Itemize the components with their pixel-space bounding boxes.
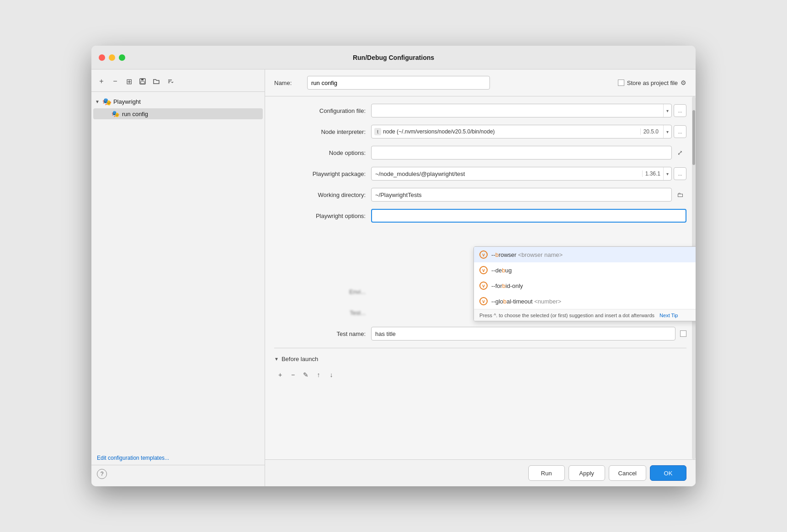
config-name-input[interactable] xyxy=(307,76,490,90)
config-file-dropdown-arrow[interactable]: ▾ xyxy=(663,104,671,117)
node-options-label: Node options: xyxy=(274,149,366,156)
node-version: 20.5.0 xyxy=(640,128,661,135)
playwright-group-label: Playwright xyxy=(113,98,141,105)
ac-match-browser: b xyxy=(495,251,499,258)
launch-add-button[interactable]: + xyxy=(274,369,286,381)
autocomplete-item-global[interactable]: v --global-timeout <number> timeout for … xyxy=(474,293,696,309)
playwright-package-input[interactable]: 1.36.1 ▾ xyxy=(371,167,672,181)
before-launch-title: Before launch xyxy=(282,356,318,362)
test-name-field xyxy=(371,327,686,340)
working-directory-row: Working directory: 🗀 xyxy=(274,188,686,202)
node-badge: t xyxy=(374,128,381,135)
node-options-input-wrap[interactable] xyxy=(371,146,672,160)
launch-edit-button[interactable]: ✎ xyxy=(300,369,312,381)
playwright-options-label: Playwright options: xyxy=(274,213,366,219)
node-options-field: ⤢ xyxy=(371,146,686,160)
minimize-button[interactable] xyxy=(109,54,115,61)
svg-rect-2 xyxy=(141,81,144,84)
playwright-icon: 🎭 xyxy=(102,97,112,106)
launch-up-button[interactable]: ↑ xyxy=(313,369,324,381)
run-config-label: run config xyxy=(122,111,148,117)
sort-button[interactable] xyxy=(164,75,176,88)
test-name-label: Test name: xyxy=(274,330,366,337)
ac-text-global: --global-timeout <number> xyxy=(491,298,696,305)
working-directory-input-wrap[interactable] xyxy=(371,188,672,202)
close-button[interactable] xyxy=(99,54,105,61)
test-name-checkbox[interactable] xyxy=(680,330,686,337)
working-directory-folder-icon[interactable]: 🗀 xyxy=(674,188,686,201)
sidebar-tree: ▼ 🎭 Playwright 🎭 run config xyxy=(91,92,265,451)
open-folder-button[interactable] xyxy=(150,75,163,88)
playwright-options-input[interactable]: b xyxy=(372,210,686,222)
playwright-package-dropdown-arrow[interactable]: ▾ xyxy=(663,167,671,180)
save-config-button[interactable] xyxy=(136,75,149,88)
copy-config-button[interactable]: ⊞ xyxy=(122,75,135,88)
config-file-label: Configuration file: xyxy=(274,107,366,114)
sidebar: + − ⊞ xyxy=(91,69,265,486)
test-section-label: Test... xyxy=(274,309,366,316)
launch-remove-button[interactable]: − xyxy=(287,369,299,381)
test-name-input[interactable] xyxy=(372,327,675,340)
name-label: Name: xyxy=(274,80,302,86)
store-as-project-label: Store as project file xyxy=(627,80,678,86)
help-icon[interactable]: ? xyxy=(97,469,107,479)
node-interpreter-path: node (~/.nvm/versions/node/v20.5.0/bin/n… xyxy=(383,128,638,135)
playwright-options-input-wrap[interactable]: b xyxy=(371,209,686,223)
ac-icon-forbid: v xyxy=(479,282,488,290)
node-interpreter-row: Node interpreter: t node (~/.nvm/version… xyxy=(274,125,686,138)
playwright-package-label: Playwright package: xyxy=(274,170,366,177)
store-as-project-checkbox[interactable] xyxy=(618,80,624,86)
ac-match-global: b xyxy=(503,298,506,305)
remove-config-button[interactable]: − xyxy=(109,75,122,88)
ac-icon-global: v xyxy=(479,297,488,305)
before-launch-toggle[interactable]: ▼ xyxy=(274,356,279,362)
svg-rect-1 xyxy=(141,79,144,80)
ac-text-forbid: --forbid-only xyxy=(491,282,696,289)
config-body: Configuration file: ▾ ... Node interpret… xyxy=(265,96,696,459)
add-config-button[interactable]: + xyxy=(95,75,108,88)
test-name-row: Test name: xyxy=(274,327,686,340)
node-interpreter-input[interactable]: t node (~/.nvm/versions/node/v20.5.0/bin… xyxy=(371,125,672,138)
next-tip-link[interactable]: Next Tip xyxy=(659,313,678,318)
run-button[interactable]: Run xyxy=(528,465,565,481)
config-file-browse-button[interactable]: ... xyxy=(674,104,686,117)
title-bar: Run/Debug Configurations xyxy=(91,46,696,69)
run-config-tree-item[interactable]: 🎭 run config xyxy=(93,108,263,119)
node-options-input[interactable] xyxy=(372,146,671,159)
launch-down-button[interactable]: ↓ xyxy=(325,369,337,381)
node-interpreter-dropdown-arrow[interactable]: ▾ xyxy=(663,125,671,138)
before-launch-section: ▼ Before launch + − ✎ ↑ ↓ xyxy=(274,348,686,383)
autocomplete-item-forbid[interactable]: v --forbid-only disallow test.only xyxy=(474,278,696,293)
autocomplete-item-debug[interactable]: v --debug run tests with playwright insp… xyxy=(474,262,696,278)
playwright-options-row: Playwright options: b xyxy=(274,209,686,223)
test-name-input-wrap[interactable] xyxy=(371,327,675,340)
apply-button[interactable]: Apply xyxy=(569,465,605,481)
autocomplete-item-browser[interactable]: v --browser <browser name> run tests in … xyxy=(474,247,696,262)
config-file-input[interactable]: ▾ xyxy=(371,104,672,117)
autocomplete-footer-text: Press ^. to choose the selected (or firs… xyxy=(479,313,654,318)
node-options-expand-icon[interactable]: ⤢ xyxy=(674,146,686,159)
ac-text-debug: --debug xyxy=(491,267,696,274)
store-project-area: Store as project file ⚙ xyxy=(618,79,686,86)
env-label: Envi... xyxy=(274,288,366,295)
config-file-field: ▾ ... xyxy=(371,104,686,117)
working-directory-input[interactable] xyxy=(372,188,671,201)
edit-templates-link[interactable]: Edit configuration templates... xyxy=(91,451,265,465)
playwright-package-field: 1.36.1 ▾ ... xyxy=(371,167,686,181)
config-panel: Name: Store as project file ⚙ Configurat… xyxy=(265,69,696,486)
ok-button[interactable]: OK xyxy=(650,465,686,481)
config-file-text[interactable] xyxy=(372,104,663,117)
node-interpreter-browse-button[interactable]: ... xyxy=(674,125,686,138)
playwright-tree-parent[interactable]: ▼ 🎭 Playwright xyxy=(91,96,265,108)
scrollbar-thumb[interactable] xyxy=(692,110,695,165)
dialog-footer: Run Apply Cancel OK xyxy=(265,459,696,486)
cancel-button[interactable]: Cancel xyxy=(609,465,646,481)
settings-gear-icon[interactable]: ⚙ xyxy=(681,79,686,86)
before-launch-header: ▼ Before launch xyxy=(274,356,686,362)
maximize-button[interactable] xyxy=(119,54,125,61)
autocomplete-dropdown: v --browser <browser name> run tests in … xyxy=(473,246,696,321)
playwright-package-browse-button[interactable]: ... xyxy=(674,167,686,180)
dialog-title: Run/Debug Configurations xyxy=(353,54,434,61)
config-header: Name: Store as project file ⚙ xyxy=(265,69,696,96)
playwright-package-text[interactable] xyxy=(372,167,642,180)
